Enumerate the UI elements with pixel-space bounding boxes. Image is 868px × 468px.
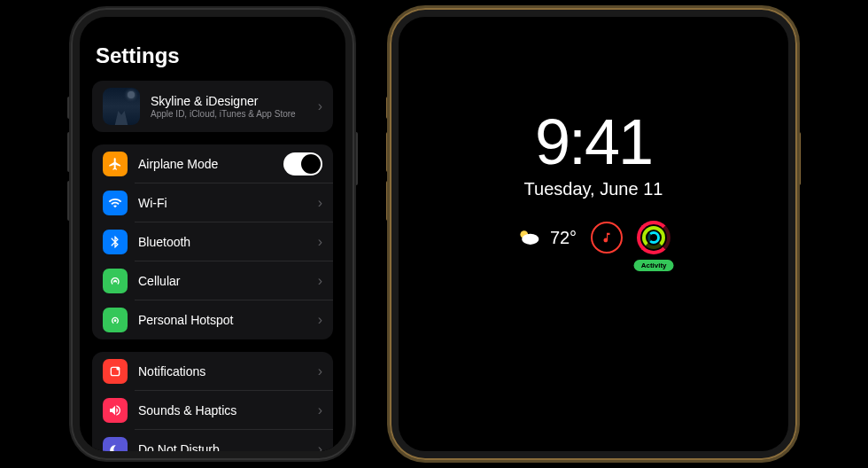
clock-date: Tuesday, June 11: [399, 179, 788, 199]
chevron-right-icon: ›: [318, 234, 322, 250]
row-label: Sounds & Haptics: [138, 403, 318, 417]
phone-frame: 9:41 Tuesday, June 11 72°: [390, 8, 797, 460]
airplane-icon: [103, 152, 128, 176]
wifi-icon: [103, 191, 128, 215]
wifi-row[interactable]: Wi-Fi ›: [92, 183, 333, 222]
row-label: Notifications: [138, 364, 318, 378]
profile-name: Skyline & iDesigner: [151, 94, 318, 108]
weather-widget[interactable]: 72°: [516, 228, 577, 248]
row-label: Personal Hotspot: [138, 313, 318, 327]
lock-screen: 9:41 Tuesday, June 11 72°: [399, 17, 788, 254]
connectivity-group: Airplane Mode Wi-Fi › Bluetooth ›: [92, 144, 333, 339]
profile-row[interactable]: Skyline & iDesigner Apple ID, iCloud, iT…: [92, 81, 333, 132]
notch: [146, 17, 279, 36]
notifications-row[interactable]: Notifications ›: [92, 352, 333, 391]
chevron-right-icon: ›: [318, 312, 322, 328]
widgets-row: 72° Activity: [399, 221, 788, 254]
phone-lockscreen: 9:41 Tuesday, June 11 72°: [390, 8, 797, 460]
svg-point-1: [116, 367, 120, 370]
svg-point-3: [522, 234, 539, 245]
sounds-row[interactable]: Sounds & Haptics ›: [92, 391, 333, 430]
row-label: Wi-Fi: [138, 196, 318, 210]
hotspot-row[interactable]: Personal Hotspot ›: [92, 300, 333, 339]
notch: [514, 17, 673, 40]
phone-settings: Settings Skyline & iDesigner Apple ID, i…: [71, 8, 354, 460]
clock-time: 9:41: [399, 110, 788, 174]
bluetooth-row[interactable]: Bluetooth ›: [92, 222, 333, 261]
row-label: Do Not Disturb: [138, 442, 318, 451]
temperature: 72°: [550, 228, 577, 248]
profile-avatar: [103, 88, 140, 125]
profile-subtitle: Apple ID, iCloud, iTunes & App Store: [151, 109, 318, 119]
weather-icon: [516, 228, 541, 247]
chevron-right-icon: ›: [318, 441, 322, 451]
row-label: Bluetooth: [138, 235, 318, 249]
music-widget[interactable]: [591, 222, 623, 254]
phone-screen: 9:41 Tuesday, June 11 72°: [399, 17, 788, 451]
dnd-row[interactable]: Do Not Disturb ›: [92, 430, 333, 451]
power-button: [354, 132, 358, 185]
airplane-mode-row[interactable]: Airplane Mode: [92, 144, 333, 183]
music-note-icon: [601, 231, 613, 244]
page-title: Settings: [96, 43, 333, 68]
activity-widget[interactable]: Activity: [637, 221, 670, 254]
chevron-right-icon: ›: [318, 402, 322, 418]
moon-icon: [103, 437, 128, 451]
chevron-right-icon: ›: [318, 363, 322, 379]
bluetooth-icon: [103, 230, 128, 254]
cellular-row[interactable]: Cellular ›: [92, 261, 333, 300]
row-label: Cellular: [138, 274, 318, 288]
airplane-toggle[interactable]: [283, 152, 322, 176]
alerts-group: Notifications › Sounds & Haptics › Do No…: [92, 352, 333, 451]
notifications-icon: [103, 359, 128, 384]
chevron-right-icon: ›: [318, 98, 322, 114]
cellular-icon: [103, 269, 128, 293]
phone-screen: Settings Skyline & iDesigner Apple ID, i…: [80, 17, 345, 451]
phone-frame: Settings Skyline & iDesigner Apple ID, i…: [71, 8, 354, 460]
settings-app: Settings Skyline & iDesigner Apple ID, i…: [80, 17, 345, 451]
row-label: Airplane Mode: [138, 157, 283, 171]
chevron-right-icon: ›: [318, 273, 322, 289]
activity-label: Activity: [634, 260, 674, 271]
profile-group: Skyline & iDesigner Apple ID, iCloud, iT…: [92, 81, 333, 132]
sounds-icon: [103, 398, 128, 423]
hotspot-icon: [103, 308, 128, 332]
power-button: [797, 132, 801, 185]
chevron-right-icon: ›: [318, 195, 322, 211]
